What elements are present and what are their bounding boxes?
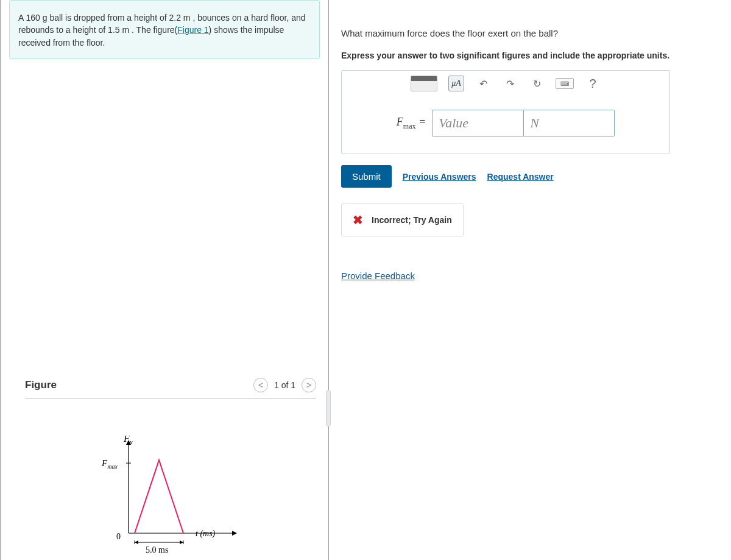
provide-feedback-link[interactable]: Provide Feedback <box>341 271 415 281</box>
figure-plot: Fx Fmax 0 t (ms) 5.0 ms <box>98 436 316 559</box>
ymax-label: Fmax <box>101 458 118 470</box>
figure-prev-button[interactable]: < <box>253 378 268 392</box>
greek-mu-a-button[interactable]: μA <box>448 76 464 91</box>
question-text: What maximum force does the floor exert … <box>341 28 719 38</box>
instruction-text: Express your answer to two significant f… <box>341 51 719 60</box>
value-input[interactable] <box>432 110 523 136</box>
redo-icon[interactable]: ↷ <box>502 76 518 91</box>
previous-answers-link[interactable]: Previous Answers <box>403 172 476 182</box>
figure-title: Figure <box>25 379 57 391</box>
xaxis-label: t (ms) <box>196 529 216 539</box>
problem-statement: A 160 g ball is dropped from a height of… <box>9 0 320 59</box>
figure-next-button[interactable]: > <box>302 378 316 392</box>
undo-icon[interactable]: ↶ <box>475 76 491 91</box>
feedback-text: Incorrect; Try Again <box>372 215 452 225</box>
equation-toolbar: μA ↶ ↷ ↻ ⌨ ? <box>342 71 669 96</box>
answer-panel: μA ↶ ↷ ↻ ⌨ ? Fmax = <box>341 70 670 154</box>
figure-link[interactable]: Figure 1 <box>177 25 208 35</box>
impulse-plot-svg: Fx Fmax 0 t (ms) 5.0 ms <box>98 436 256 558</box>
xmark-label: 5.0 ms <box>146 545 168 555</box>
pane-resize-handle[interactable] <box>326 390 331 427</box>
variable-label: Fmax = <box>397 116 426 131</box>
svg-marker-1 <box>232 531 237 536</box>
feedback-banner: ✖ Incorrect; Try Again <box>341 204 464 236</box>
figure-pager-text: 1 of 1 <box>274 380 295 390</box>
submit-button[interactable]: Submit <box>341 165 392 188</box>
request-answer-link[interactable]: Request Answer <box>487 172 554 182</box>
help-icon[interactable]: ? <box>585 76 601 91</box>
units-input[interactable] <box>523 110 615 136</box>
svg-marker-9 <box>180 541 183 544</box>
origin-label: 0 <box>116 532 121 541</box>
incorrect-icon: ✖ <box>353 213 363 227</box>
reset-icon[interactable]: ↻ <box>529 76 545 91</box>
keyboard-icon[interactable]: ⌨ <box>556 78 574 89</box>
templates-icon[interactable] <box>411 76 437 91</box>
svg-marker-8 <box>135 541 138 544</box>
